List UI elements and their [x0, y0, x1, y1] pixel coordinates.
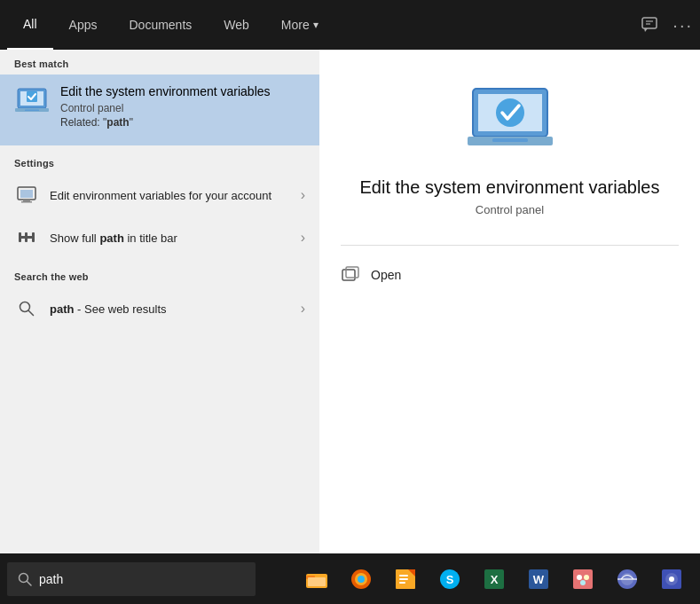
svg-rect-16	[32, 232, 35, 242]
search-icon	[14, 296, 39, 321]
svg-rect-24	[342, 270, 355, 280]
taskbar-icon-paint[interactable]	[562, 553, 604, 604]
search-box[interactable]	[7, 562, 256, 596]
feedback-icon[interactable]	[641, 16, 658, 34]
svg-point-17	[20, 302, 30, 312]
svg-rect-30	[308, 577, 326, 586]
taskbar-icon-file-explorer[interactable]	[295, 553, 338, 604]
tab-apps[interactable]: Apps	[53, 0, 114, 50]
more-options-icon[interactable]: ···	[672, 15, 693, 35]
best-match-item[interactable]: Edit the system environment variables Co…	[0, 75, 319, 145]
svg-point-54	[669, 577, 674, 582]
result-title: Edit the system environment variables	[360, 177, 660, 198]
chevron-right-icon-2: ›	[301, 230, 305, 246]
svg-rect-11	[23, 200, 30, 201]
taskbar: S X W	[0, 553, 700, 604]
top-nav: All Apps Documents Web More ▾ ···	[0, 0, 700, 50]
svg-marker-3	[644, 28, 648, 32]
taskbar-icon-skype[interactable]: S	[429, 553, 471, 604]
tab-more[interactable]: More ▾	[265, 0, 334, 50]
web-search-item[interactable]: path - See web results ›	[0, 287, 319, 330]
svg-point-47	[584, 575, 589, 580]
open-label: Open	[371, 268, 401, 282]
web-search-label: Search the web	[0, 263, 319, 287]
svg-point-33	[358, 576, 365, 583]
path-icon	[14, 225, 39, 250]
svg-line-27	[28, 581, 32, 585]
search-panel: Best match Edit th	[0, 50, 700, 603]
svg-text:X: X	[491, 573, 499, 586]
taskbar-icon-excel[interactable]: X	[473, 553, 515, 604]
taskbar-search-icon	[18, 572, 32, 586]
result-subtitle: Control panel	[476, 203, 544, 216]
chevron-right-icon-3: ›	[301, 301, 305, 317]
svg-rect-10	[20, 190, 33, 198]
best-match-label: Best match	[0, 50, 319, 75]
svg-rect-15	[25, 232, 28, 242]
svg-rect-0	[642, 18, 657, 28]
svg-rect-8	[25, 110, 39, 112]
result-big-icon	[466, 85, 554, 156]
best-match-related: Related: "path"	[60, 116, 305, 129]
tab-documents[interactable]: Documents	[113, 0, 208, 50]
chevron-right-icon: ›	[301, 187, 305, 203]
web-search-section: Search the web path - See web results ›	[0, 259, 319, 330]
svg-rect-36	[399, 575, 408, 577]
settings-section: Settings Edit environment variables for …	[0, 145, 319, 259]
svg-point-48	[580, 580, 586, 585]
taskbar-icon-word[interactable]: W	[517, 553, 560, 604]
taskbar-icon-app9[interactable]	[650, 553, 693, 604]
web-search-text: path - See web results	[50, 302, 301, 316]
settings-item-edit-env-label: Edit environment variables for your acco…	[50, 189, 301, 202]
taskbar-icons: S X W	[295, 553, 700, 604]
settings-label: Settings	[0, 149, 319, 174]
settings-item-show-path-label: Show full path in title bar	[50, 231, 301, 245]
svg-point-46	[577, 575, 582, 580]
svg-rect-14	[19, 232, 21, 242]
result-divider	[341, 245, 679, 246]
tab-web[interactable]: Web	[208, 0, 265, 50]
svg-rect-12	[21, 201, 32, 203]
monitor-icon	[14, 183, 39, 208]
open-icon	[341, 265, 360, 285]
svg-line-18	[29, 311, 34, 316]
settings-item-show-path[interactable]: Show full path in title bar ›	[0, 216, 319, 259]
env-vars-icon	[14, 85, 50, 121]
svg-rect-45	[573, 569, 593, 589]
svg-rect-38	[399, 582, 405, 584]
settings-item-edit-env[interactable]: Edit environment variables for your acco…	[0, 174, 319, 216]
chevron-down-icon: ▾	[313, 19, 319, 31]
taskbar-icon-firefox[interactable]	[340, 553, 382, 604]
taskbar-icon-sticky-notes[interactable]	[384, 553, 427, 604]
svg-point-21	[496, 98, 524, 127]
svg-rect-37	[399, 578, 408, 580]
tab-all[interactable]: All	[7, 0, 53, 50]
svg-text:W: W	[533, 573, 545, 586]
best-match-text: Edit the system environment variables Co…	[60, 83, 305, 129]
svg-rect-23	[492, 138, 528, 142]
right-column: Edit the system environment variables Co…	[319, 50, 700, 603]
taskbar-icon-browser2[interactable]	[606, 553, 649, 604]
svg-rect-25	[346, 267, 358, 278]
svg-text:S: S	[446, 573, 454, 586]
open-action[interactable]: Open	[341, 260, 679, 290]
taskbar-search-input[interactable]	[39, 572, 245, 586]
left-column: Best match Edit th	[0, 50, 319, 603]
